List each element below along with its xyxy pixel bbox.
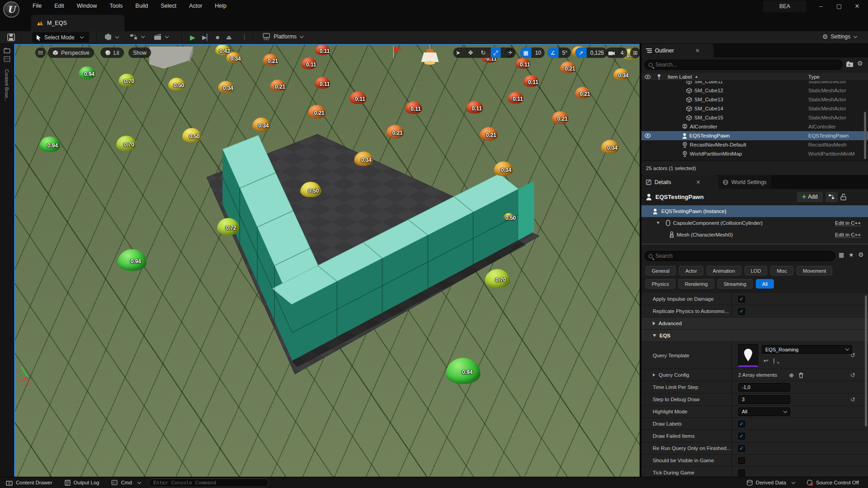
content-browser-icon[interactable] (4, 47, 10, 53)
settings-dropdown[interactable]: ⚙ Settings (822, 33, 857, 40)
stop-button[interactable]: ■ (216, 34, 219, 41)
close-button[interactable]: ✕ (850, 1, 864, 11)
outliner-row-eqstestingpawn[interactable]: EQSTestingPawnEQSTestingPawn (641, 131, 868, 140)
unreal-logo-icon[interactable]: U (3, 1, 19, 18)
add-component-button[interactable]: + Add (797, 192, 823, 202)
outliner-row-sm_cube15[interactable]: SM_Cube15StaticMeshActor (641, 113, 868, 122)
filter-general[interactable]: General (645, 266, 676, 275)
minimize-button[interactable]: – (814, 1, 828, 11)
filter-rendering[interactable]: Rendering (678, 279, 714, 289)
tab-world-settings[interactable]: World Settings (718, 175, 771, 189)
section-advanced[interactable]: Advanced (641, 317, 868, 330)
details-settings-icon[interactable]: ⚙ (858, 251, 864, 258)
menu-actor[interactable]: Actor (184, 0, 208, 12)
select-tool-button[interactable]: ➤ (453, 47, 463, 58)
outliner-row-sm_cube13[interactable]: SM_Cube13StaticMeshActor (641, 95, 868, 104)
play-options-menu[interactable]: ⋮ (242, 33, 247, 40)
checkbox-tick-during-game[interactable] (738, 469, 745, 476)
section-eqs[interactable]: EQS (641, 330, 868, 342)
filter-animation[interactable]: Animation (707, 266, 741, 275)
show-dropdown[interactable]: Show (128, 47, 151, 58)
checkbox-apply-impulse[interactable]: ✓ (738, 296, 745, 303)
camera-speed-control[interactable]: 4 (606, 47, 627, 58)
expander-icon[interactable] (653, 374, 655, 377)
add-actor-button[interactable]: + (104, 33, 119, 41)
filter-actor[interactable]: Actor (679, 266, 703, 275)
checkbox-draw-failed[interactable]: ✓ (738, 433, 745, 440)
viewport-options-menu[interactable] (35, 47, 46, 58)
filter-movement[interactable]: Movement (797, 266, 832, 275)
use-selected-asset-icon[interactable]: ↩ (764, 357, 768, 364)
tab-outliner[interactable]: Outliner ✕ (641, 44, 714, 57)
outliner-search-input[interactable]: Search... (645, 60, 843, 70)
maximize-button[interactable]: ▢ (832, 1, 846, 11)
close-icon[interactable]: ✕ (695, 47, 700, 54)
outliner-settings-icon[interactable]: ⚙ (857, 60, 863, 67)
query-template-dropdown[interactable]: EQS_Roaming (762, 345, 852, 354)
derived-data-dropdown[interactable]: Derived Data (741, 477, 801, 488)
menu-window[interactable]: Window (71, 0, 102, 12)
eject-button[interactable]: ⏏ (226, 34, 232, 41)
rotation-snap-control[interactable]: ∠ 5° (547, 47, 571, 58)
drawer-icon[interactable] (4, 56, 10, 62)
viewport-3d[interactable]: 0.940.700.500.430.340.210.110.110.110.34… (14, 44, 640, 477)
filter-all[interactable]: All (756, 279, 774, 289)
create-folder-icon[interactable]: + (846, 61, 854, 69)
checkbox-replicate-physics[interactable]: ✓ (738, 308, 745, 315)
edit-in-cpp-link[interactable]: Edit in C++ (835, 232, 861, 238)
filter-physics[interactable]: Physics (645, 279, 675, 289)
favorites-icon[interactable]: ★ (849, 251, 854, 258)
component-row-capsule[interactable]: CapsuleComponent (CollisionCylinder) Edi… (641, 217, 868, 229)
highlight-mode-dropdown[interactable]: All (738, 407, 790, 416)
content-drawer-button[interactable]: Content Drawer (0, 477, 58, 488)
outliner-row-worldpartitionminimap[interactable]: WorldPartitionMiniMapWorldPartitionMiniM (641, 149, 868, 158)
frame-skip-button[interactable]: ▶▏ (202, 34, 211, 41)
pin-column-icon[interactable] (654, 74, 664, 80)
menu-select[interactable]: Select (155, 0, 182, 12)
save-icon[interactable] (7, 33, 15, 43)
tab-level[interactable]: M_EQS (31, 15, 124, 31)
time-limit-input[interactable]: -1,0 (738, 383, 790, 392)
menu-tools[interactable]: Tools (104, 0, 128, 12)
reset-icon[interactable]: ↺ (850, 369, 855, 381)
plugin-badge[interactable]: BEA (763, 0, 806, 12)
cmd-dropdown[interactable]: › Cmd (105, 477, 146, 488)
close-icon[interactable]: ✕ (696, 179, 701, 185)
browse-to-asset-icon[interactable] (773, 358, 774, 364)
menu-build[interactable]: Build (130, 0, 153, 12)
menu-edit[interactable]: Edit (49, 0, 70, 12)
play-button[interactable]: ▶ (190, 33, 195, 42)
blueprints-button[interactable] (130, 33, 144, 40)
outliner-row-sm_cube12[interactable]: SM_Cube12StaticMeshActor (641, 86, 868, 95)
reset-icon[interactable]: ↺ (850, 393, 855, 405)
output-log-button[interactable]: Output Log (59, 477, 105, 488)
rotate-tool-button[interactable]: ↻ (478, 47, 488, 58)
cinematics-button[interactable] (154, 33, 168, 40)
content-browser-strip-label[interactable]: Content Brow... (4, 69, 9, 102)
outliner-row-recastnavmesh-default[interactable]: RecastNavMesh-DefaultRecastNavMesh (641, 140, 868, 149)
outliner-row-sm_cube11[interactable]: SM_Cube11StaticMeshActor (641, 81, 868, 86)
maximize-viewport-button[interactable]: ⊞ (630, 47, 640, 58)
query-template-thumbnail[interactable] (738, 344, 758, 367)
details-scrollbar[interactable] (865, 295, 867, 426)
add-element-icon[interactable]: ⊕ (789, 372, 794, 379)
details-search-input[interactable]: Search (645, 251, 835, 261)
step-debug-input[interactable]: 3 (738, 395, 790, 404)
visibility-column-icon[interactable] (641, 75, 654, 79)
console-command-input[interactable]: Enter Console Command (148, 479, 269, 487)
delete-elements-icon[interactable] (798, 372, 804, 378)
edit-in-cpp-link[interactable]: Edit in C++ (835, 220, 861, 226)
column-type[interactable]: Type (808, 74, 820, 80)
grid-snap-control[interactable]: ▦ 10 (520, 47, 545, 58)
visibility-eye-icon[interactable] (641, 133, 654, 138)
column-item-label[interactable]: Item Label (668, 74, 692, 80)
reset-icon[interactable]: ↺ (850, 342, 855, 369)
checkbox-draw-labels[interactable]: ✓ (738, 421, 745, 427)
move-tool-button[interactable]: ✥ (466, 47, 476, 58)
component-row-mesh[interactable]: Mesh (CharacterMesh0) Edit in C++ (641, 229, 868, 241)
display-filter-icon[interactable]: ▦ (839, 251, 844, 258)
unlocked-icon[interactable] (840, 194, 846, 200)
tab-details[interactable]: Details ✕ (641, 175, 718, 189)
filter-streaming[interactable]: Streaming (717, 279, 753, 289)
perspective-dropdown[interactable]: Perspective (48, 47, 94, 58)
